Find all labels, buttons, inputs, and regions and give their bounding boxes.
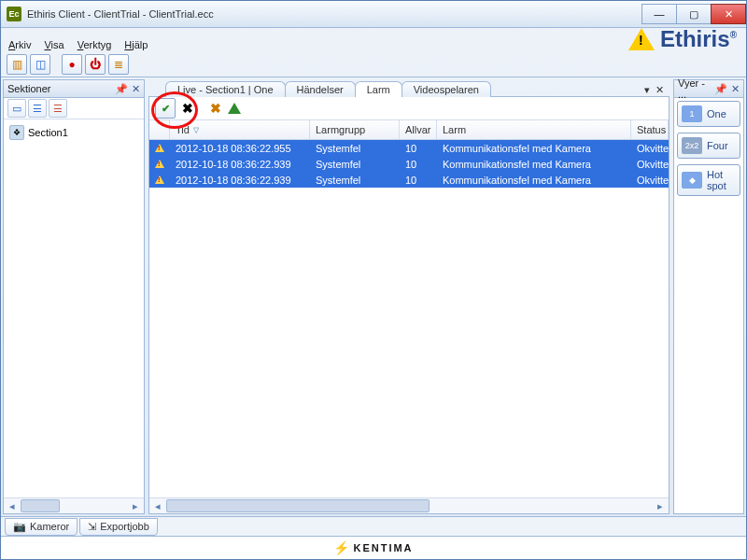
sections-view3-icon[interactable]: ☰ — [49, 99, 67, 118]
cell-larm: Kommunikationsfel med Kamera — [437, 143, 631, 154]
menubar: Arkiv Visa Verktyg Hjälp Ethiris® — [1, 28, 746, 52]
menu-hjalp[interactable]: Hjälp — [124, 39, 148, 50]
cell-tid: 2012-10-18 08:36:22.939 — [170, 175, 310, 186]
company-name: KENTIMA — [353, 542, 413, 553]
sections-title: Sektioner — [7, 83, 50, 94]
row-warning-icon — [155, 160, 164, 168]
sections-tree: ❖ Section1 — [4, 119, 144, 497]
hotspot-icon: ◆ — [682, 172, 702, 189]
camera-icon: 📷 — [13, 521, 26, 533]
row-warning-icon — [155, 144, 164, 152]
brand-name: Ethiris® — [660, 26, 737, 52]
center-area: Live - Section1 | One Händelser Larm Vid… — [147, 77, 671, 516]
tool-power-icon[interactable]: ⏻ — [85, 54, 106, 75]
view-four-button[interactable]: 2x2 Four — [677, 133, 740, 159]
view-hotspot-button[interactable]: ◆ Hotspot — [677, 164, 740, 196]
acknowledge-button[interactable]: ✔ — [155, 98, 176, 119]
tab-menu-icon[interactable]: ▾ — [644, 84, 650, 96]
views-title: Vyer - ... — [678, 77, 714, 100]
kameror-label: Kameror — [30, 521, 69, 532]
view-one-button[interactable]: 1 One — [677, 101, 740, 127]
cell-larm: Kommunikationsfel med Kamera — [437, 159, 631, 170]
alarm-toolbar: ✔ ✖ ✖ — [149, 97, 669, 120]
one-icon: 1 — [682, 105, 702, 122]
sections-panel: Sektioner 📌 ✕ ▭ ☰ ☰ ❖ Section1 ◂ — [3, 79, 145, 514]
panel-close-icon[interactable]: ✕ — [132, 83, 140, 95]
views-panel: Vyer - ... 📌 ✕ 1 One 2x2 Four ◆ Hotspot — [673, 79, 744, 514]
app-icon: Ec — [7, 7, 21, 21]
cell-allvar: 10 — [400, 159, 437, 170]
alarm-filter-icon[interactable] — [228, 102, 241, 115]
alarm-document: ✔ ✖ ✖ Tid▽ Larmgrupp Allvar Larm Status — [148, 96, 669, 514]
cell-larm: Kommunikationsfel med Kamera — [437, 175, 631, 186]
export-label: Exportjobb — [100, 521, 149, 532]
tab-larm[interactable]: Larm — [355, 81, 402, 97]
sections-toolbar: ▭ ☰ ☰ — [4, 98, 144, 119]
sections-header: Sektioner 📌 ✕ — [4, 80, 144, 98]
sections-view2-icon[interactable]: ☰ — [28, 99, 47, 118]
cell-status: Okvitte — [631, 159, 669, 170]
col-status[interactable]: Status — [631, 120, 669, 139]
col-allvar[interactable]: Allvar — [400, 120, 437, 139]
sections-hscroll[interactable]: ◂ ▸ — [4, 497, 144, 513]
view-hotspot-label: Hotspot — [707, 169, 726, 191]
cell-status: Okvitte — [631, 143, 669, 154]
reject-button[interactable]: ✖ — [179, 100, 196, 117]
minimize-button[interactable]: — — [641, 4, 677, 24]
doc-tabs: Live - Section1 | One Händelser Larm Vid… — [147, 77, 671, 96]
menu-arkiv[interactable]: Arkiv — [8, 39, 31, 50]
section-icon: ❖ — [9, 125, 24, 140]
tab-live[interactable]: Live - Section1 | One — [165, 81, 286, 97]
cell-status: Okvitte — [631, 175, 669, 186]
bottom-tabs: 📷 Kameror ⇲ Exportjobb — [1, 516, 746, 536]
col-tid[interactable]: Tid▽ — [170, 120, 310, 139]
four-icon: 2x2 — [682, 137, 702, 154]
window-title: Ethiris Client - ClientTrial - ClientTri… — [27, 8, 214, 20]
tool-list-icon[interactable]: ≣ — [108, 54, 129, 75]
cell-tid: 2012-10-18 08:36:22.939 — [170, 159, 310, 170]
row-warning-icon — [155, 175, 164, 184]
warning-triangle-icon — [628, 28, 655, 50]
cell-allvar: 10 — [400, 143, 437, 154]
titlebar: Ec Ethiris Client - ClientTrial - Client… — [1, 1, 746, 28]
app-window: Ec Ethiris Client - ClientTrial - Client… — [0, 0, 747, 560]
table-row[interactable]: 2012-10-18 08:36:22.939 Systemfel 10 Kom… — [149, 172, 669, 188]
tree-item-section1[interactable]: ❖ Section1 — [7, 123, 140, 142]
sections-view1-icon[interactable]: ▭ — [7, 99, 26, 118]
menu-verktyg[interactable]: Verktyg — [78, 39, 112, 50]
panel-pin-icon[interactable]: 📌 — [115, 83, 128, 95]
export-icon: ⇲ — [88, 521, 96, 533]
view-one-label: One — [707, 108, 726, 119]
footer: ⚡ KENTIMA — [1, 536, 746, 559]
table-row[interactable]: 2012-10-18 08:36:22.939 Systemfel 10 Kom… — [149, 156, 669, 172]
view-four-label: Four — [707, 140, 728, 151]
cell-tid: 2012-10-18 08:36:22.955 — [170, 143, 310, 154]
alarm-rows: 2012-10-18 08:36:22.955 Systemfel 10 Kom… — [149, 140, 669, 497]
section-label: Section1 — [28, 127, 68, 138]
tab-handelser[interactable]: Händelser — [285, 81, 356, 97]
sort-desc-icon: ▽ — [193, 126, 199, 134]
close-button[interactable]: ✕ — [711, 4, 746, 24]
alarm-table-header: Tid▽ Larmgrupp Allvar Larm Status — [149, 120, 669, 140]
alarm-hscroll[interactable]: ◂ ▸ — [149, 497, 669, 513]
tool-layout-icon[interactable]: ◫ — [30, 54, 50, 75]
col-larm[interactable]: Larm — [437, 120, 631, 139]
col-icon[interactable] — [149, 120, 170, 139]
bolt-icon: ⚡ — [333, 540, 349, 555]
menu-visa[interactable]: Visa — [44, 39, 63, 50]
bottom-tab-exportjobb[interactable]: ⇲ Exportjobb — [79, 518, 158, 536]
panel-close-icon[interactable]: ✕ — [731, 83, 740, 95]
views-header: Vyer - ... 📌 ✕ — [674, 80, 743, 98]
col-larmgrupp[interactable]: Larmgrupp — [310, 120, 400, 139]
tool-record-icon[interactable]: ● — [62, 54, 82, 75]
table-row[interactable]: 2012-10-18 08:36:22.955 Systemfel 10 Kom… — [149, 140, 669, 156]
brand: Ethiris® — [628, 26, 737, 52]
panel-pin-icon[interactable]: 📌 — [714, 83, 727, 95]
tool-save-icon[interactable]: ▥ — [7, 54, 27, 75]
bottom-tab-kameror[interactable]: 📷 Kameror — [5, 518, 78, 536]
maximize-button[interactable]: ▢ — [676, 4, 712, 24]
cell-grp: Systemfel — [310, 175, 400, 186]
clear-button[interactable]: ✖ — [207, 100, 224, 117]
tab-video[interactable]: Videospelaren — [402, 81, 491, 97]
tab-close-icon[interactable]: ✕ — [655, 84, 664, 96]
